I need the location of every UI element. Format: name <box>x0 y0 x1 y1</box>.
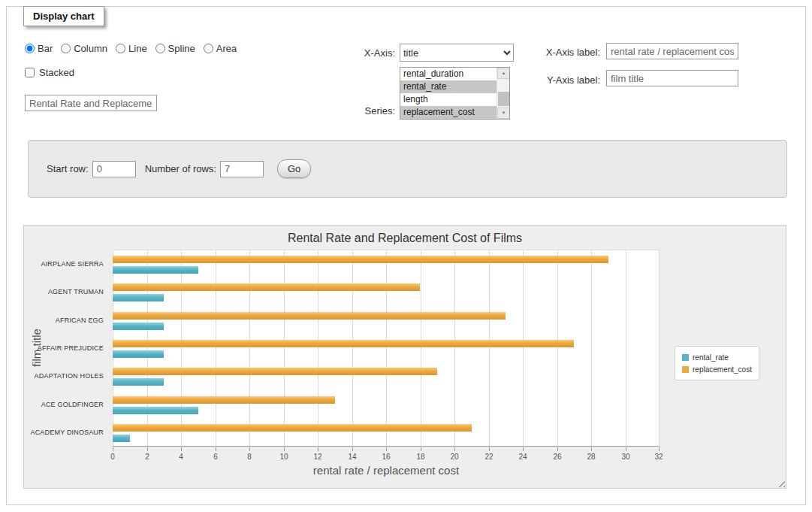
bar-replacement_cost-affair-prejudice[interactable] <box>113 340 574 347</box>
category-label: ACE GOLDFINGER <box>24 401 104 408</box>
xaxis-label-field-label: X-Axis label: <box>495 47 600 58</box>
tick-label: 20 <box>450 453 458 461</box>
tick-mark <box>489 447 490 451</box>
bar-rental_rate-african-egg[interactable] <box>113 323 164 330</box>
bar-replacement_cost-adaptation-holes[interactable] <box>113 368 437 375</box>
bar-replacement_cost-african-egg[interactable] <box>113 312 506 320</box>
bar-replacement_cost-airplane-sierra[interactable] <box>113 256 608 263</box>
tick-label: 32 <box>654 453 663 461</box>
legend-swatch-icon <box>682 354 689 361</box>
tick-label: 30 <box>621 453 629 461</box>
tick-mark <box>591 447 592 451</box>
gridline <box>113 250 113 446</box>
resize-handle-icon[interactable] <box>776 478 785 487</box>
bar-rental_rate-ace-goldfinger[interactable] <box>113 407 198 414</box>
series-select-label: Series: <box>337 105 395 117</box>
tick-label: 4 <box>179 453 183 461</box>
gridline <box>386 250 387 446</box>
series-option-replacement_cost[interactable]: replacement_cost <box>400 106 497 119</box>
scrollbar-thumb[interactable] <box>498 92 509 106</box>
chart-legend: rental_ratereplacement_cost <box>675 346 759 380</box>
tick-label: 26 <box>553 453 561 461</box>
xaxis-label-input[interactable] <box>606 43 738 59</box>
rows-controls-panel: Start row: Number of rows: Go <box>28 140 787 198</box>
category-label: AIRPLANE SIERRA <box>24 260 104 268</box>
tick-mark <box>421 447 421 451</box>
legend-label: replacement_cost <box>693 365 752 374</box>
tick-mark <box>386 447 387 451</box>
category-label: AFFAIR PREJUDICE <box>24 344 104 352</box>
bar-replacement_cost-academy-dinosaur[interactable] <box>113 424 472 432</box>
tick-mark <box>659 447 660 451</box>
gridline <box>626 250 626 446</box>
go-button[interactable]: Go <box>277 159 311 178</box>
bar-rental_rate-affair-prejudice[interactable] <box>113 350 164 358</box>
tick-mark <box>181 447 182 451</box>
bar-rental_rate-agent-truman[interactable] <box>113 294 164 301</box>
chart-type-option-area[interactable]: Area <box>204 43 237 54</box>
gridline <box>352 250 353 446</box>
tick-mark <box>249 447 250 451</box>
bar-replacement_cost-ace-goldfinger[interactable] <box>113 396 335 404</box>
chart-title: Rental Rate and Replacement Cost of Film… <box>24 232 786 245</box>
tick-mark <box>113 447 113 451</box>
legend-item-rental_rate[interactable]: rental_rate <box>682 351 752 363</box>
scroll-down-icon[interactable]: ▼ <box>497 108 510 119</box>
legend-label: rental_rate <box>693 353 729 362</box>
chart-type-radio-bar[interactable] <box>25 44 35 53</box>
gridline <box>489 250 490 446</box>
stacked-option[interactable]: Stacked <box>25 67 74 78</box>
chart-type-option-column[interactable]: Column <box>61 43 107 54</box>
bar-rental_rate-academy-dinosaur[interactable] <box>113 435 130 442</box>
chart-type-option-spline[interactable]: Spline <box>155 43 195 54</box>
chart-type-option-bar[interactable]: Bar <box>25 43 53 54</box>
chart-type-option-line[interactable]: Line <box>116 43 147 54</box>
series-option-length[interactable]: length <box>400 93 497 106</box>
series-multiselect[interactable]: rental_durationrental_ratelengthreplacem… <box>400 67 510 120</box>
gridline <box>557 250 558 446</box>
gridline <box>659 250 660 446</box>
chart-type-radio-spline[interactable] <box>155 44 165 53</box>
legend-item-replacement_cost[interactable]: replacement_cost <box>682 363 752 375</box>
number-of-rows-input[interactable] <box>220 161 264 177</box>
tick-mark <box>626 447 626 451</box>
chart-type-radio-area[interactable] <box>204 44 213 53</box>
panel-legend-title: Display chart <box>23 6 104 26</box>
series-option-rental_duration[interactable]: rental_duration <box>400 68 497 80</box>
tick-mark <box>557 447 558 451</box>
bar-rental_rate-adaptation-holes[interactable] <box>113 378 164 386</box>
chart-type-label: Spline <box>168 43 195 54</box>
chart-type-radio-group: BarColumnLineSplineArea <box>25 43 237 54</box>
tick-label: 10 <box>279 453 288 461</box>
chart-type-label: Bar <box>38 43 53 54</box>
tick-label: 2 <box>145 453 149 461</box>
chart-title-input[interactable] <box>25 95 157 111</box>
plot-area <box>113 250 660 447</box>
xaxis-select-label: X-Axis: <box>337 47 395 59</box>
category-label: ACADEMY DINOSAUR <box>24 429 104 436</box>
stacked-checkbox[interactable] <box>25 68 35 77</box>
tick-label: 18 <box>416 453 424 461</box>
value-axis: 02468101214161820222426283032 <box>113 447 660 465</box>
gridline <box>147 250 148 446</box>
bar-replacement_cost-agent-truman[interactable] <box>113 283 420 291</box>
tick-label: 22 <box>484 453 493 461</box>
series-options: rental_durationrental_ratelengthreplacem… <box>400 68 497 119</box>
tick-label: 6 <box>213 453 218 461</box>
chart-type-label: Area <box>216 43 237 54</box>
series-option-rental_rate[interactable]: rental_rate <box>400 80 497 93</box>
chart-panel: Rental Rate and Replacement Cost of Film… <box>23 225 786 489</box>
category-label: AGENT TRUMAN <box>24 288 104 295</box>
yaxis-label-input[interactable] <box>606 70 738 86</box>
gridline <box>216 250 216 446</box>
gridline <box>421 250 421 446</box>
category-axis: AIRPLANE SIERRAAGENT TRUMANAFRICAN EGGAF… <box>24 250 108 447</box>
bar-rental_rate-airplane-sierra[interactable] <box>113 266 198 274</box>
tick-mark <box>352 447 353 451</box>
tick-mark <box>216 447 216 451</box>
chart-type-radio-line[interactable] <box>116 44 125 53</box>
stacked-label: Stacked <box>39 67 74 78</box>
start-row-input[interactable] <box>92 161 136 177</box>
tick-mark <box>454 447 455 451</box>
chart-type-radio-column[interactable] <box>61 44 71 53</box>
